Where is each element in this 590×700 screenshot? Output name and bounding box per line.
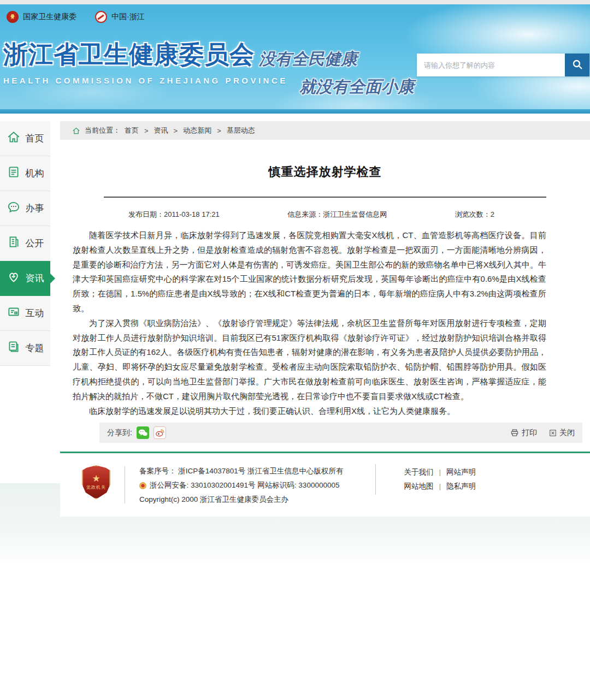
site-map-link[interactable]: 网站地图: [404, 482, 434, 490]
top-links-bar: ★ 国家卫生健康委 中国·浙江: [7, 11, 145, 23]
interact-icon: [7, 305, 21, 322]
breadcrumb-item-home[interactable]: 首页: [125, 126, 139, 135]
badge-label: 党政机关: [86, 484, 106, 490]
breadcrumb-separator: >: [144, 127, 149, 135]
article-paragraph: 随着医学技术日新月异，临床放射学得到了迅速发展，各医院竞相购置大毫安X线机，CT…: [73, 228, 546, 316]
breadcrumb-item-dynamic-news[interactable]: 动态新闻: [183, 126, 211, 135]
breadcrumb-separator: >: [217, 127, 221, 135]
search-icon: [572, 59, 583, 72]
china-zhejiang-link[interactable]: 中国·浙江: [95, 11, 145, 23]
privacy-statement-link[interactable]: 隐私声明: [446, 482, 476, 490]
footer-links: 关于我们|网站声明 网站地图|隐私声明: [375, 464, 476, 495]
print-icon: [510, 429, 519, 437]
article: 慎重选择放射学检查 发布日期：2011-03-18 17:21 信息来源：浙江卫…: [60, 164, 590, 443]
view-count-value: 2: [491, 210, 494, 218]
copyright-line: Copyright(c) 2000 浙江省卫生健康委员会主办: [139, 493, 344, 507]
sidebar-item-home[interactable]: 首页: [0, 121, 50, 156]
title-divider: [104, 197, 546, 198]
security-record-line: 浙公网安备: 33010302001491号 网站标识码: 3300000005: [139, 478, 344, 493]
footer-links-row1: 关于我们|网站声明: [404, 465, 476, 479]
breadcrumb-separator: >: [174, 127, 178, 135]
header-bottom-strip: [0, 109, 590, 114]
link-separator: |: [439, 468, 441, 476]
sidebar-item-interact[interactable]: 互动: [0, 296, 50, 331]
security-record-text: 浙公网安备: 33010302001491号 网站标识码: 3300000005: [150, 478, 339, 493]
share-right: 打印 关闭: [510, 428, 575, 438]
link-separator: |: [439, 482, 441, 490]
site-statement-link[interactable]: 网站声明: [446, 468, 476, 476]
icp-record-line: 备案序号： 浙ICP备14037801号 浙江省卫生信息中心版权所有: [139, 464, 344, 478]
site-subtitle: HEALTH COMMISSION OF ZHEJIANG PROVINCE: [3, 76, 288, 85]
sidebar-item-topic[interactable]: 专题: [0, 331, 50, 366]
article-meta: 发布日期：2011-03-18 17:21 信息来源：浙江卫生监督信息网 浏览次…: [104, 202, 546, 220]
footer: ★ 党政机关 备案序号： 浙ICP备14037801号 浙江省卫生信息中心版权所…: [60, 453, 590, 517]
close-button[interactable]: 关闭: [549, 428, 575, 438]
footer-links-row2: 网站地图|隐私声明: [404, 479, 476, 494]
sidebar-item-org[interactable]: 机构: [0, 156, 50, 191]
search-input[interactable]: [417, 54, 565, 76]
government-badge-icon: ★ 党政机关: [82, 465, 110, 499]
sidebar-item-label: 机构: [26, 167, 44, 180]
article-body: 随着医学技术日新月异，临床放射学得到了迅速发展，各医院竞相购置大毫安X线机，CT…: [73, 228, 546, 418]
main-content: 当前位置： 首页> 资讯> 动态新闻> 基层动态 慎重选择放射学检查 发布日期：…: [60, 121, 590, 517]
slogan: 没有全民健康 就没有全面小康: [259, 48, 414, 98]
info-source-label: 信息来源：: [287, 210, 323, 218]
sidebar-item-label: 首页: [26, 132, 44, 145]
national-emblem-icon: ★: [7, 11, 19, 23]
share-label: 分享到:: [107, 428, 132, 438]
breadcrumb-item-news[interactable]: 资讯: [154, 126, 168, 135]
print-button[interactable]: 打印: [510, 428, 537, 438]
site-header: ★ 国家卫生健康委 中国·浙江 浙江省卫生健康委员会 HEALTH COMMIS…: [0, 4, 590, 109]
site-title: 浙江省卫生健康委员会: [3, 38, 288, 71]
sidebar-item-label: 资讯: [26, 272, 44, 284]
national-health-commission-label: 国家卫生健康委: [23, 12, 76, 22]
about-us-link[interactable]: 关于我们: [404, 468, 434, 476]
info-source-value: 浙江卫生监督信息网: [323, 210, 387, 218]
sidebar-item-label: 专题: [26, 342, 44, 354]
info-source: 信息来源：浙江卫生监督信息网: [287, 210, 387, 220]
view-count: 浏览次数：2: [455, 210, 494, 220]
sidebar-item-label: 公开: [26, 237, 44, 250]
topic-icon: [7, 340, 21, 357]
site-logo: 浙江省卫生健康委员会 HEALTH COMMISSION OF ZHEJIANG…: [3, 38, 288, 85]
top-strip: [0, 0, 590, 4]
search-button[interactable]: [565, 54, 589, 76]
news-icon: [7, 270, 21, 287]
article-paragraph: 为了深入贯彻《职业病防治法》、《放射诊疗管理规定》等法律法规，余杭区卫生监督所每…: [73, 316, 546, 404]
breadcrumb: 当前位置： 首页> 资讯> 动态新闻> 基层动态: [60, 121, 590, 140]
national-health-commission-link[interactable]: ★ 国家卫生健康委: [7, 11, 76, 23]
breadcrumb-home-icon: [72, 127, 80, 135]
weibo-share-icon[interactable]: [154, 426, 166, 439]
wechat-share-icon[interactable]: [137, 426, 149, 439]
sidebar-item-news[interactable]: 资讯: [0, 261, 50, 296]
publish-date-label: 发布日期：: [128, 210, 164, 218]
close-icon: [549, 429, 557, 437]
sidebar-item-service[interactable]: 办事: [0, 191, 50, 226]
breadcrumb-label: 当前位置：: [85, 126, 120, 135]
publish-date-value: 2011-03-18 17:21: [164, 210, 220, 218]
footer-vertical-divider: [125, 466, 125, 503]
share-left: 分享到:: [107, 426, 166, 439]
police-badge-icon: [139, 482, 146, 489]
slogan-line1: 没有全民健康: [259, 48, 414, 70]
sidebar-nav: 首页 机构 办事 公开: [0, 121, 50, 366]
article-paragraph: 临床放射学的迅速发展足以说明其功大于过，我们要正确认识、合理利用X线，让它为人类…: [73, 404, 546, 419]
footer-text-block: 备案序号： 浙ICP备14037801号 浙江省卫生信息中心版权所有 浙公网安备…: [139, 464, 344, 507]
badge-star-icon: ★: [92, 474, 100, 483]
home-icon: [7, 130, 21, 147]
search-box: [417, 54, 589, 76]
breadcrumb-item-grassroots[interactable]: 基层动态: [227, 126, 255, 135]
sidebar-item-label: 互动: [26, 307, 44, 319]
close-label: 关闭: [559, 428, 575, 438]
service-icon: [7, 200, 21, 217]
article-title: 慎重选择放射学检查: [104, 164, 546, 180]
china-zhejiang-label: 中国·浙江: [111, 12, 145, 22]
public-icon: [7, 235, 21, 252]
sidebar-item-label: 办事: [26, 202, 44, 215]
zhejiang-seal-icon: [95, 11, 107, 23]
slogan-line2: 就没有全面小康: [299, 76, 414, 98]
org-icon: [7, 165, 21, 182]
active-item-arrow: [50, 274, 55, 283]
print-label: 打印: [522, 428, 537, 438]
sidebar-item-public[interactable]: 公开: [0, 226, 50, 261]
